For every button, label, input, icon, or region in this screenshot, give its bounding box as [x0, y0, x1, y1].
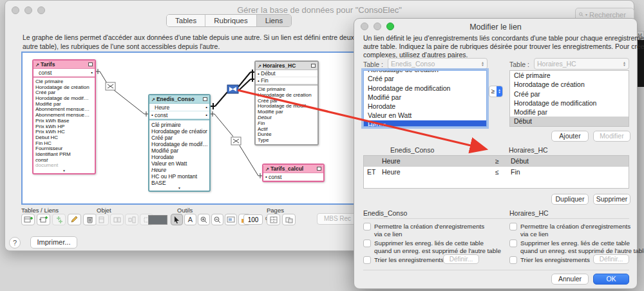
collapse-toggle-icon[interactable]: ▼ [149, 187, 209, 191]
field-row[interactable]: Horodatage de modif… [151, 141, 207, 147]
field-list-item[interactable]: Horodatage de modification [364, 84, 486, 93]
page-numbers-button[interactable] [282, 214, 296, 225]
field-row[interactable]: Abonnement mensue… [35, 107, 93, 113]
object-align-button-2[interactable] [110, 214, 124, 225]
field-list-item[interactable]: Créé par [364, 74, 486, 83]
field-row[interactable]: BASE [151, 180, 207, 186]
field-row[interactable]: Identifiant PRM [35, 152, 93, 158]
table-occurrence-tarifs-calcul[interactable]: ↗Tarifs_calcul•const [262, 164, 325, 182]
add-table-occurrence-button[interactable] [37, 214, 50, 225]
duplicate-button[interactable] [52, 214, 66, 225]
object-color-swatch[interactable] [148, 215, 167, 225]
search-dropdown-caret[interactable]: ▾ [585, 12, 587, 17]
operator-popup[interactable]: ≥ ▲▼ [489, 86, 503, 97]
field-list-item[interactable]: Créé par [510, 89, 629, 99]
field-row[interactable]: HC ou HP montant [151, 173, 207, 180]
cancel-button[interactable]: Annuler [551, 274, 589, 285]
right-field-list[interactable]: Clé primaireHorodatage de créationCréé p… [509, 70, 629, 127]
left-table-dropdown[interactable]: Enedis_Conso ▲▼ [388, 58, 488, 70]
field-row[interactable]: Créé par [258, 99, 316, 104]
field-row[interactable]: Horodatage de création [258, 93, 316, 99]
collapse-box-icon[interactable] [311, 64, 316, 68]
help-button[interactable]: ? [9, 237, 21, 249]
field-row[interactable]: Fin [258, 121, 316, 127]
field-row[interactable]: Heure [151, 167, 207, 173]
search-input[interactable] [589, 11, 630, 19]
table-occurrence-header[interactable]: ↗Enedis_Conso [149, 95, 209, 104]
allow-create-checkbox-left[interactable] [363, 223, 371, 230]
field-row[interactable]: Horodate [151, 154, 207, 160]
table-occurrence-header[interactable]: ↗Horaires_HC [256, 62, 317, 70]
field-row[interactable]: Modifié par [35, 102, 93, 108]
delete-button[interactable] [83, 214, 97, 225]
field-list-item[interactable]: Clé primaire [510, 71, 629, 80]
tab-rubriques[interactable]: Rubriques [205, 15, 256, 26]
cascade-delete-checkbox-left[interactable] [363, 239, 371, 247]
collapse-box-icon[interactable] [88, 62, 93, 66]
delete-pair-button[interactable]: Supprimer [593, 194, 630, 205]
object-align-button-3[interactable] [125, 214, 138, 225]
pointer-tool-button[interactable] [171, 214, 183, 225]
match-field-row[interactable]: •Fin [256, 77, 317, 84]
sort-records-checkbox-left[interactable] [363, 256, 371, 264]
field-list-item[interactable]: Début [510, 117, 629, 126]
field-row[interactable]: Horodatage de modif… [258, 104, 316, 109]
table-occurrence-header[interactable]: ↗Tarifs_calcul [263, 165, 323, 173]
zoom-out-tool-button[interactable] [211, 214, 223, 225]
match-field-row[interactable]: •const [263, 173, 323, 181]
table-occurrence-horaires-hc[interactable]: ↗Horaires_HC•Début•FinClé primaireHoroda… [254, 61, 319, 146]
field-row[interactable]: Fin HC [35, 141, 93, 147]
field-row[interactable]: Horodatage de modif… [35, 96, 93, 102]
field-list-item[interactable]: Horodatage de création [510, 80, 629, 89]
pair-row[interactable]: ET Heure ≤ Fin [364, 167, 629, 178]
field-row[interactable]: Clé primaire [258, 87, 316, 93]
allow-create-checkbox-right[interactable] [509, 223, 517, 230]
field-list-item[interactable]: Modifié par [364, 93, 486, 102]
define-sort-button-right[interactable]: Définir... [593, 254, 629, 264]
field-list-item[interactable]: Horodatage de modification [510, 99, 629, 108]
match-field-row[interactable]: •Début [256, 70, 317, 77]
selection-display-button[interactable] [225, 214, 237, 225]
field-row[interactable]: Valeur en Watt [151, 160, 207, 167]
zoom-percent-input[interactable] [243, 214, 263, 225]
pairs-table[interactable]: Heure ≥ Début ET Heure ≤ Fin [363, 155, 629, 189]
relationship-line-tarifs-enedis[interactable] [96, 69, 148, 117]
page-breaks-button[interactable] [267, 214, 280, 225]
sort-records-checkbox-right[interactable] [509, 256, 517, 264]
zoom-in-tool-button[interactable] [198, 214, 210, 225]
define-sort-button-left[interactable]: Définir... [443, 254, 479, 264]
field-row[interactable]: Clé primaire [151, 122, 207, 128]
object-align-button-1[interactable] [95, 214, 109, 225]
field-row[interactable]: Début HC [35, 135, 93, 141]
field-row[interactable]: Modifié par [151, 147, 207, 154]
field-row[interactable]: Abonnement mensue… [35, 113, 93, 118]
tab-liens[interactable]: Liens [257, 15, 292, 26]
field-row[interactable]: Horodatage de création [151, 128, 207, 135]
match-field-row[interactable]: const• [33, 69, 95, 77]
field-row[interactable]: Modifié par [258, 109, 316, 115]
add-pair-button[interactable]: Ajouter [551, 131, 589, 142]
field-row[interactable]: Créé par [35, 90, 93, 96]
match-field-row[interactable]: Heure• [149, 104, 209, 111]
add-table-button[interactable] [21, 214, 35, 225]
print-button[interactable]: Imprimer... [30, 236, 77, 249]
table-occurrence-enedis-conso[interactable]: ↗Enedis_ConsoHeure••const•Clé primaireHo… [148, 94, 211, 192]
edit-button[interactable] [68, 214, 81, 225]
field-row[interactable]: document [35, 163, 93, 169]
field-row[interactable]: Prix kWh HC [35, 129, 93, 135]
cartesian-operator-icon[interactable] [106, 82, 115, 90]
collapse-toggle-icon[interactable]: ▼ [33, 169, 95, 173]
mbs-plugin-button[interactable]: MBS Rec [317, 213, 358, 225]
text-tool-button[interactable]: A [184, 214, 196, 225]
table-occurrence-tarifs[interactable]: ↗Tarifsconst•Clé primaireHorodatage de c… [32, 59, 96, 174]
table-occurrence-header[interactable]: ↗Tarifs [33, 61, 95, 69]
field-row[interactable]: Durée [258, 132, 316, 138]
left-field-list[interactable]: Horodatage de créationCréé parHorodatage… [363, 70, 487, 127]
field-row[interactable]: Type [258, 138, 316, 144]
field-list-item[interactable]: Horodate [364, 102, 486, 111]
ok-button[interactable]: OK [593, 274, 629, 285]
tab-tables[interactable]: Tables [167, 15, 205, 26]
field-row[interactable]: Prix kWh HP [35, 124, 93, 130]
cascade-delete-checkbox-right[interactable] [509, 239, 517, 247]
match-field-row[interactable]: •const• [149, 111, 209, 119]
